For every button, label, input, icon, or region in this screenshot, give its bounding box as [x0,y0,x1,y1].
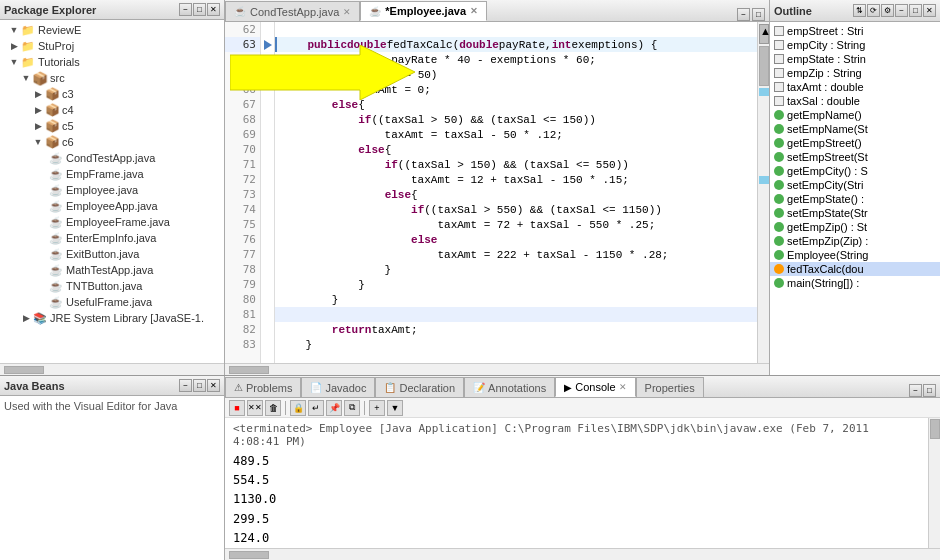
outline-toolbar-btn3[interactable]: ⚙ [881,4,894,17]
toggle-icon[interactable]: ▶ [32,120,44,132]
scrollbar-thumb[interactable] [759,46,769,86]
outline-item-setempstreet[interactable]: setEmpStreet(St [770,150,940,164]
tree-item-empframe[interactable]: ☕ EmpFrame.java [0,166,224,182]
outline-item-employee-constructor[interactable]: Employee(String [770,248,940,262]
console-vertical-scrollbar[interactable] [928,418,940,548]
tree-item-c5[interactable]: ▶ 📦 c5 [0,118,224,134]
tree-item-reviewe[interactable]: ▼ 📁 ReviewE [0,22,224,38]
close-button[interactable]: ✕ [207,3,220,16]
scrollbar-thumb[interactable] [229,551,269,559]
outline-item-setempzip[interactable]: setEmpZip(Zip) : [770,234,940,248]
pin-console-button[interactable]: 📌 [326,400,342,416]
tree-item-c3[interactable]: ▶ 📦 c3 [0,86,224,102]
tab-problems[interactable]: ⚠ Problems [225,377,301,397]
outline-maximize-button[interactable]: □ [909,4,922,17]
code-line-73: else { [275,187,757,202]
tab-close-icon[interactable]: ✕ [470,6,478,16]
toggle-icon[interactable]: ▼ [20,72,32,84]
tree-item-c4[interactable]: ▶ 📦 c4 [0,102,224,118]
tree-item-src[interactable]: ▼ 📦 src [0,70,224,86]
console-output-area[interactable]: <terminated> Employee [Java Application]… [225,418,928,548]
jb-maximize-button[interactable]: □ [193,379,206,392]
scrollbar-thumb[interactable] [229,366,269,374]
outline-item-getempzip[interactable]: getEmpZip() : St [770,220,940,234]
toggle-icon[interactable]: ▶ [8,40,20,52]
minimize-button[interactable]: − [179,3,192,16]
outline-item-setempname[interactable]: setEmpName(St [770,122,940,136]
toggle-icon[interactable]: ▶ [20,312,32,324]
tree-item-mathtestapp[interactable]: ☕ MathTestApp.java [0,262,224,278]
tab-annotations[interactable]: 📝 Annotations [464,377,555,397]
outline-item-main[interactable]: main(String[]) : [770,276,940,290]
scrollbar-thumb[interactable] [4,366,44,374]
package-tree[interactable]: ▼ 📁 ReviewE ▶ 📁 StuProj ▼ 📁 Tutorials [0,20,224,363]
console-min-button[interactable]: − [909,384,922,397]
outline-toolbar-btn1[interactable]: ⇅ [853,4,866,17]
tab-properties[interactable]: Properties [636,377,704,397]
tree-item-employee[interactable]: ☕ Employee.java [0,182,224,198]
outline-item-empstate[interactable]: empState : Strin [770,52,940,66]
outline-toolbar-btn2[interactable]: ⟳ [867,4,880,17]
editor-minimize-button[interactable]: − [737,8,750,21]
outline-item-taxsal[interactable]: taxSal : double [770,94,940,108]
tab-console[interactable]: ▶ Console ✕ [555,377,635,397]
tree-item-tntbutton[interactable]: ☕ TNTButton.java [0,278,224,294]
horizontal-scrollbar[interactable] [0,363,224,375]
toggle-icon[interactable]: ▼ [8,56,20,68]
remove-launch-button[interactable]: ✕✕ [247,400,263,416]
line-number: 81 [225,307,260,322]
tab-close-icon[interactable]: ✕ [619,382,627,392]
tree-item-employeeframe[interactable]: ☕ EmployeeFrame.java [0,214,224,230]
tree-item-jre[interactable]: ▶ 📚 JRE System Library [JavaSE-1. [0,310,224,326]
new-console-button[interactable]: + [369,400,385,416]
toggle-icon[interactable]: ▼ [32,136,44,148]
jb-close-button[interactable]: ✕ [207,379,220,392]
tree-item-c6[interactable]: ▼ 📦 c6 [0,134,224,150]
terminate-button[interactable]: ■ [229,400,245,416]
outline-tree[interactable]: empStreet : Stri empCity : String empSta… [770,22,940,375]
tab-condtestapp[interactable]: ☕ CondTestApp.java ✕ [225,1,360,21]
outline-item-getempstate[interactable]: getEmpState() : [770,192,940,206]
tab-employee[interactable]: ☕ *Employee.java ✕ [360,1,487,21]
tree-item-usefulframe[interactable]: ☕ UsefulFrame.java [0,294,224,310]
tab-declaration[interactable]: 📋 Declaration [375,377,464,397]
toggle-icon[interactable]: ▶ [32,88,44,100]
outline-item-setempstate[interactable]: setEmpState(Str [770,206,940,220]
tab-close-icon[interactable]: ✕ [343,7,351,17]
tree-item-condtestapp[interactable]: ☕ CondTestApp.java [0,150,224,166]
outline-item-empzip[interactable]: empZip : String [770,66,940,80]
outline-item-setempcity[interactable]: setEmpCity(Stri [770,178,940,192]
outline-item-getempstreet[interactable]: getEmpStreet() [770,136,940,150]
scrollbar-up-arrow[interactable]: ▲ [759,24,769,44]
outline-item-getempcity[interactable]: getEmpCity() : S [770,164,940,178]
tree-item-tutorials[interactable]: ▼ 📁 Tutorials [0,54,224,70]
maximize-button[interactable]: □ [193,3,206,16]
outline-minimize-button[interactable]: − [895,4,908,17]
word-wrap-button[interactable]: ↵ [308,400,324,416]
tree-item-exitbutton[interactable]: ☕ ExitButton.java [0,246,224,262]
open-console-button[interactable]: ⧉ [344,400,360,416]
tree-item-employeeapp[interactable]: ☕ EmployeeApp.java [0,198,224,214]
outline-item-empstreet[interactable]: empStreet : Stri [770,24,940,38]
toggle-icon[interactable]: ▶ [32,104,44,116]
scrollbar-thumb[interactable] [930,419,940,439]
console-options-button[interactable]: ▼ [387,400,403,416]
outline-item-fedtaxcalc[interactable]: fedTaxCalc(dou [770,262,940,276]
toggle-icon[interactable]: ▼ [8,24,20,36]
tree-item-stuproj[interactable]: ▶ 📁 StuProj [0,38,224,54]
jb-minimize-button[interactable]: − [179,379,192,392]
outline-item-getempname[interactable]: getEmpName() [770,108,940,122]
console-max-button[interactable]: □ [923,384,936,397]
code-content[interactable]: public double fedTaxCalc(double payRate,… [275,22,757,363]
outline-item-empcity[interactable]: empCity : String [770,38,940,52]
outline-item-taxamt[interactable]: taxAmt : double [770,80,940,94]
editor-maximize-button[interactable]: □ [752,8,765,21]
clear-console-button[interactable]: 🗑 [265,400,281,416]
editor-vertical-scrollbar[interactable]: ▲ [757,22,769,363]
scroll-lock-button[interactable]: 🔒 [290,400,306,416]
tab-javadoc[interactable]: 📄 Javadoc [301,377,375,397]
console-horizontal-scrollbar[interactable] [225,548,940,560]
tree-item-enterempinfo[interactable]: ☕ EnterEmpInfo.java [0,230,224,246]
code-horizontal-scrollbar[interactable] [225,363,769,375]
outline-close-button[interactable]: ✕ [923,4,936,17]
